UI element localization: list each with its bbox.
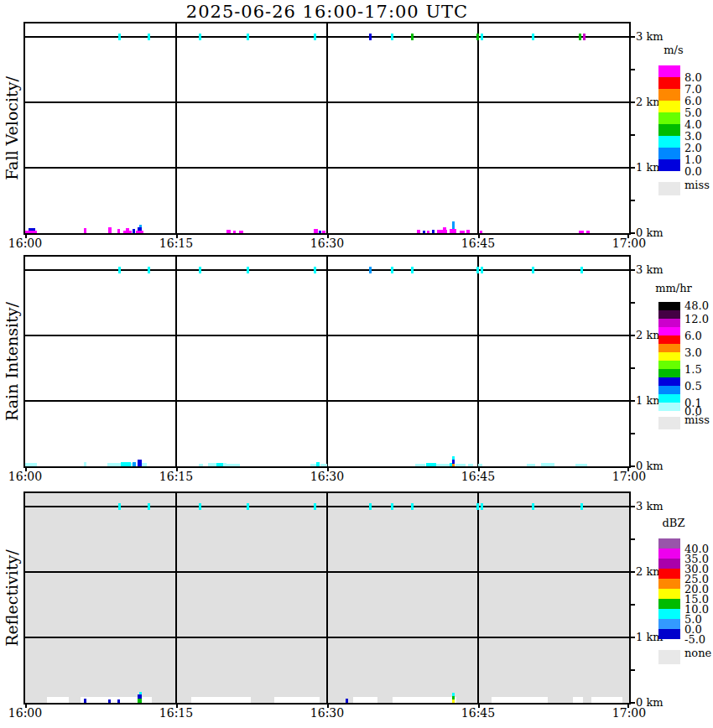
colorbar-segment [658, 112, 680, 124]
time-tick-label: 16:15 [155, 470, 197, 483]
colorbar-segment [658, 549, 680, 559]
data-mark-surface [452, 221, 455, 229]
no-echo-patch [353, 697, 377, 703]
data-mark-3km [532, 34, 534, 40]
data-mark-surface [84, 699, 86, 703]
data-mark-surface [415, 464, 425, 466]
colorbar-segment [658, 403, 680, 411]
data-mark-3km [148, 503, 150, 510]
colorbar-label: -5.0 [684, 633, 705, 646]
data-mark-surface [138, 694, 142, 699]
time-gridline [175, 23, 177, 233]
colorbar-segment [658, 619, 680, 629]
data-mark-surface [117, 699, 120, 703]
time-gridline [326, 23, 328, 233]
colorbar-segment [658, 344, 680, 352]
colorbar-label: 3.0 [684, 130, 702, 143]
time-tick-label: 16:45 [457, 470, 499, 483]
no-echo-patch [191, 697, 251, 703]
data-mark-surface [527, 464, 535, 466]
data-mark-3km [369, 503, 372, 510]
colorbar-segment [658, 310, 680, 319]
data-mark-surface [226, 230, 231, 233]
half-km-tick [631, 433, 635, 434]
colorbar-segment [658, 89, 680, 101]
data-mark-surface [29, 228, 35, 231]
colorbar-segment [658, 559, 680, 569]
time-tick-label: 17:00 [608, 470, 650, 483]
colorbar-segment [658, 369, 680, 377]
data-mark-surface [84, 462, 86, 466]
no-echo-patch [573, 697, 583, 703]
data-mark-surface [452, 464, 455, 466]
colorbar-segment [658, 352, 680, 361]
data-mark-3km [148, 267, 150, 273]
half-km-tick [631, 36, 635, 38]
data-mark-surface [480, 231, 482, 233]
data-mark-surface [437, 230, 447, 233]
data-mark-3km [580, 267, 583, 273]
data-mark-3km [411, 503, 414, 510]
half-km-tick [631, 702, 635, 704]
data-mark-surface [460, 231, 465, 233]
data-mark-surface [142, 463, 147, 466]
data-mark-3km [391, 503, 393, 510]
no-echo-patch [591, 697, 622, 703]
half-km-tick [631, 101, 635, 103]
half-km-tick [631, 669, 635, 671]
data-mark-surface [25, 231, 37, 233]
colorbar-label: 8.0 [684, 71, 702, 84]
colorbar-unit-label: dBZ [650, 517, 697, 529]
colorbar-segment [658, 569, 680, 579]
data-mark-surface [133, 462, 136, 466]
data-mark-surface [84, 228, 86, 233]
data-mark-3km [391, 34, 393, 40]
data-mark-surface [138, 227, 142, 231]
data-mark-3km [118, 34, 121, 40]
half-km-tick [631, 200, 635, 201]
data-mark-surface [316, 462, 320, 466]
colorbar-segment [658, 538, 680, 549]
data-mark-surface [123, 231, 132, 233]
data-mark-3km [532, 267, 534, 273]
data-mark-3km [369, 267, 372, 273]
colorbar-segment [658, 327, 680, 335]
data-mark-3km [580, 503, 583, 510]
data-mark-3km [199, 503, 201, 510]
data-mark-surface [455, 464, 466, 466]
data-mark-3km [199, 267, 201, 273]
colorbar-label: 48.0 [684, 299, 709, 312]
data-mark-3km [391, 267, 393, 273]
time-tick-label: 16:45 [457, 237, 499, 250]
data-mark-surface [541, 463, 554, 466]
time-tick-label: 16:15 [155, 706, 197, 720]
colorbar-segment [658, 148, 680, 159]
data-mark-3km [369, 34, 372, 40]
data-mark-3km [476, 34, 479, 40]
data-mark-3km [411, 34, 414, 40]
height-tick-label: 3 km [636, 500, 664, 512]
colorbar-segment [658, 377, 680, 386]
data-mark-3km [314, 34, 316, 40]
time-tick-label: 17:00 [608, 237, 650, 250]
data-mark-surface [314, 229, 318, 233]
colorbar-segment [658, 65, 680, 77]
colorbar-label-missing: miss [684, 179, 710, 191]
data-mark-3km [579, 34, 581, 40]
data-mark-3km [148, 34, 150, 40]
time-tick-label: 16:30 [306, 706, 348, 720]
half-km-tick [631, 69, 635, 70]
half-km-tick [631, 167, 635, 169]
no-echo-patch [47, 697, 69, 703]
colorbar-label: 0.5 [684, 380, 702, 393]
data-mark-surface [426, 463, 436, 466]
data-mark-3km [476, 267, 479, 273]
colorbar-label: 1.0 [684, 153, 702, 166]
data-mark-surface [126, 228, 129, 231]
data-mark-surface [478, 464, 482, 466]
half-km-tick [631, 604, 635, 606]
colorbar-segment [658, 302, 680, 310]
data-mark-surface [432, 230, 435, 233]
data-mark-surface [452, 460, 455, 464]
colorbar-segment [658, 394, 680, 403]
